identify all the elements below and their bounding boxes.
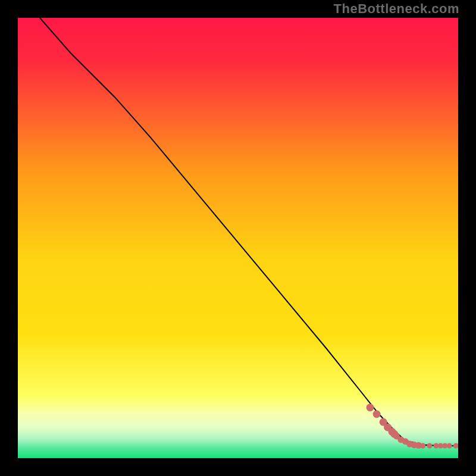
observed-point: [367, 403, 374, 411]
chart-background: [18, 18, 458, 458]
watermark-label: TheBottleneck.com: [334, 1, 459, 17]
observed-point: [427, 443, 432, 449]
observed-point: [447, 443, 452, 449]
chart-plot-area: [18, 18, 458, 458]
observed-point: [373, 411, 381, 418]
chart-svg: [18, 18, 458, 458]
chart-frame: TheBottleneck.com: [0, 0, 476, 476]
observed-point: [420, 443, 425, 449]
